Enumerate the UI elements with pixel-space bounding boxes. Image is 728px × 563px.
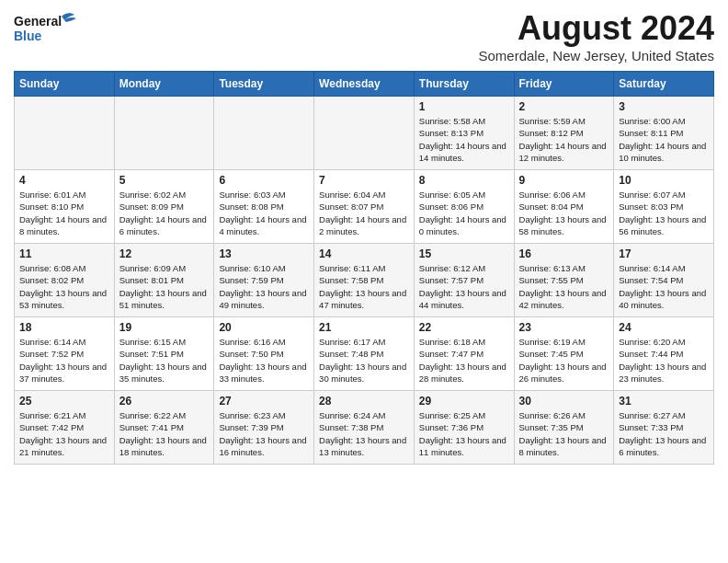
calendar-cell: 14Sunrise: 6:11 AMSunset: 7:58 PMDayligh… xyxy=(314,244,415,317)
cell-content: Sunrise: 6:00 AMSunset: 8:11 PMDaylight:… xyxy=(619,115,709,164)
day-number: 8 xyxy=(419,174,509,187)
weekday-header-thursday: Thursday xyxy=(414,72,514,97)
day-number: 11 xyxy=(19,247,109,260)
cell-content: Sunrise: 6:11 AMSunset: 7:58 PMDaylight:… xyxy=(319,262,409,311)
calendar-cell: 28Sunrise: 6:24 AMSunset: 7:38 PMDayligh… xyxy=(314,391,415,465)
day-number: 18 xyxy=(19,321,109,334)
weekday-header-wednesday: Wednesday xyxy=(314,72,415,97)
weekday-header-monday: Monday xyxy=(114,72,214,97)
cell-content: Sunrise: 6:17 AMSunset: 7:48 PMDaylight:… xyxy=(319,336,409,385)
calendar-cell: 8Sunrise: 6:05 AMSunset: 8:06 PMDaylight… xyxy=(414,170,514,244)
calendar-cell: 25Sunrise: 6:21 AMSunset: 7:42 PMDayligh… xyxy=(15,391,115,465)
day-number: 4 xyxy=(19,174,109,187)
calendar-week-1: 1Sunrise: 5:58 AMSunset: 8:13 PMDaylight… xyxy=(15,97,714,170)
day-number: 9 xyxy=(519,174,609,187)
day-number: 23 xyxy=(519,321,609,334)
cell-content: Sunrise: 6:09 AMSunset: 8:01 PMDaylight:… xyxy=(119,262,210,311)
calendar-week-2: 4Sunrise: 6:01 AMSunset: 8:10 PMDaylight… xyxy=(15,170,714,244)
cell-content: Sunrise: 6:15 AMSunset: 7:51 PMDaylight:… xyxy=(119,336,210,385)
weekday-header-sunday: Sunday xyxy=(15,72,115,97)
calendar-cell xyxy=(15,97,115,170)
cell-content: Sunrise: 6:26 AMSunset: 7:35 PMDaylight:… xyxy=(519,409,609,458)
calendar-cell: 3Sunrise: 6:00 AMSunset: 8:11 PMDaylight… xyxy=(614,97,714,170)
cell-content: Sunrise: 6:02 AMSunset: 8:09 PMDaylight:… xyxy=(119,189,210,237)
cell-content: Sunrise: 6:13 AMSunset: 7:55 PMDaylight:… xyxy=(519,262,609,311)
day-number: 12 xyxy=(119,247,210,260)
main-title: August 2024 xyxy=(478,9,714,48)
calendar-cell xyxy=(114,97,214,170)
cell-content: Sunrise: 6:24 AMSunset: 7:38 PMDaylight:… xyxy=(319,409,409,458)
day-number: 28 xyxy=(319,395,409,408)
day-number: 10 xyxy=(619,174,709,187)
calendar-cell: 7Sunrise: 6:04 AMSunset: 8:07 PMDaylight… xyxy=(314,170,415,244)
cell-content: Sunrise: 6:03 AMSunset: 8:08 PMDaylight:… xyxy=(219,189,309,237)
day-number: 17 xyxy=(619,247,709,260)
cell-content: Sunrise: 6:05 AMSunset: 8:06 PMDaylight:… xyxy=(419,189,509,237)
cell-content: Sunrise: 6:14 AMSunset: 7:52 PMDaylight:… xyxy=(19,336,109,385)
day-number: 2 xyxy=(519,100,609,113)
day-number: 30 xyxy=(519,395,609,408)
cell-content: Sunrise: 6:27 AMSunset: 7:33 PMDaylight:… xyxy=(619,409,709,458)
weekday-header-tuesday: Tuesday xyxy=(214,72,314,97)
cell-content: Sunrise: 6:04 AMSunset: 8:07 PMDaylight:… xyxy=(319,189,409,237)
calendar-cell: 12Sunrise: 6:09 AMSunset: 8:01 PMDayligh… xyxy=(114,244,214,317)
cell-content: Sunrise: 6:18 AMSunset: 7:47 PMDaylight:… xyxy=(419,336,509,385)
calendar-cell: 6Sunrise: 6:03 AMSunset: 8:08 PMDaylight… xyxy=(214,170,314,244)
calendar-cell: 22Sunrise: 6:18 AMSunset: 7:47 PMDayligh… xyxy=(414,317,514,391)
calendar-cell: 4Sunrise: 6:01 AMSunset: 8:10 PMDaylight… xyxy=(15,170,115,244)
calendar-cell: 18Sunrise: 6:14 AMSunset: 7:52 PMDayligh… xyxy=(15,317,115,391)
calendar-cell: 2Sunrise: 5:59 AMSunset: 8:12 PMDaylight… xyxy=(514,97,614,170)
svg-text:General: General xyxy=(14,14,62,29)
header: General Blue August 2024 Somerdale, New … xyxy=(14,9,714,63)
cell-content: Sunrise: 6:19 AMSunset: 7:45 PMDaylight:… xyxy=(519,336,609,385)
weekday-header-row: SundayMondayTuesdayWednesdayThursdayFrid… xyxy=(15,72,714,97)
cell-content: Sunrise: 6:14 AMSunset: 7:54 PMDaylight:… xyxy=(619,262,709,311)
cell-content: Sunrise: 6:06 AMSunset: 8:04 PMDaylight:… xyxy=(519,189,609,237)
calendar-cell: 23Sunrise: 6:19 AMSunset: 7:45 PMDayligh… xyxy=(514,317,614,391)
calendar-week-3: 11Sunrise: 6:08 AMSunset: 8:02 PMDayligh… xyxy=(15,244,714,317)
logo-svg: General Blue xyxy=(14,9,83,51)
cell-content: Sunrise: 6:21 AMSunset: 7:42 PMDaylight:… xyxy=(19,409,109,458)
cell-content: Sunrise: 6:22 AMSunset: 7:41 PMDaylight:… xyxy=(119,409,210,458)
day-number: 20 xyxy=(219,321,309,334)
day-number: 27 xyxy=(219,395,309,408)
day-number: 21 xyxy=(319,321,409,334)
day-number: 22 xyxy=(419,321,509,334)
subtitle: Somerdale, New Jersey, United States xyxy=(478,48,714,63)
calendar-cell: 13Sunrise: 6:10 AMSunset: 7:59 PMDayligh… xyxy=(214,244,314,317)
calendar-cell: 29Sunrise: 6:25 AMSunset: 7:36 PMDayligh… xyxy=(414,391,514,465)
cell-content: Sunrise: 5:59 AMSunset: 8:12 PMDaylight:… xyxy=(519,115,609,164)
calendar-cell: 24Sunrise: 6:20 AMSunset: 7:44 PMDayligh… xyxy=(614,317,714,391)
day-number: 16 xyxy=(519,247,609,260)
calendar-table: SundayMondayTuesdayWednesdayThursdayFrid… xyxy=(14,71,714,465)
calendar-week-4: 18Sunrise: 6:14 AMSunset: 7:52 PMDayligh… xyxy=(15,317,714,391)
calendar-cell: 10Sunrise: 6:07 AMSunset: 8:03 PMDayligh… xyxy=(614,170,714,244)
day-number: 29 xyxy=(419,395,509,408)
calendar-cell: 21Sunrise: 6:17 AMSunset: 7:48 PMDayligh… xyxy=(314,317,415,391)
weekday-header-friday: Friday xyxy=(514,72,614,97)
calendar-cell: 16Sunrise: 6:13 AMSunset: 7:55 PMDayligh… xyxy=(514,244,614,317)
calendar-cell: 1Sunrise: 5:58 AMSunset: 8:13 PMDaylight… xyxy=(414,97,514,170)
calendar-cell xyxy=(214,97,314,170)
calendar-cell: 11Sunrise: 6:08 AMSunset: 8:02 PMDayligh… xyxy=(15,244,115,317)
cell-content: Sunrise: 6:16 AMSunset: 7:50 PMDaylight:… xyxy=(219,336,309,385)
day-number: 5 xyxy=(119,174,210,187)
cell-content: Sunrise: 5:58 AMSunset: 8:13 PMDaylight:… xyxy=(419,115,509,164)
day-number: 15 xyxy=(419,247,509,260)
svg-text:Blue: Blue xyxy=(14,29,42,43)
day-number: 14 xyxy=(319,247,409,260)
calendar-cell: 31Sunrise: 6:27 AMSunset: 7:33 PMDayligh… xyxy=(614,391,714,465)
weekday-header-saturday: Saturday xyxy=(614,72,714,97)
calendar-cell: 17Sunrise: 6:14 AMSunset: 7:54 PMDayligh… xyxy=(614,244,714,317)
calendar-cell: 20Sunrise: 6:16 AMSunset: 7:50 PMDayligh… xyxy=(214,317,314,391)
calendar-cell: 19Sunrise: 6:15 AMSunset: 7:51 PMDayligh… xyxy=(114,317,214,391)
calendar-cell: 26Sunrise: 6:22 AMSunset: 7:41 PMDayligh… xyxy=(114,391,214,465)
calendar-cell xyxy=(314,97,415,170)
day-number: 24 xyxy=(619,321,709,334)
cell-content: Sunrise: 6:01 AMSunset: 8:10 PMDaylight:… xyxy=(19,189,109,237)
cell-content: Sunrise: 6:07 AMSunset: 8:03 PMDaylight:… xyxy=(619,189,709,237)
day-number: 26 xyxy=(119,395,210,408)
day-number: 7 xyxy=(319,174,409,187)
calendar-cell: 15Sunrise: 6:12 AMSunset: 7:57 PMDayligh… xyxy=(414,244,514,317)
day-number: 3 xyxy=(619,100,709,113)
